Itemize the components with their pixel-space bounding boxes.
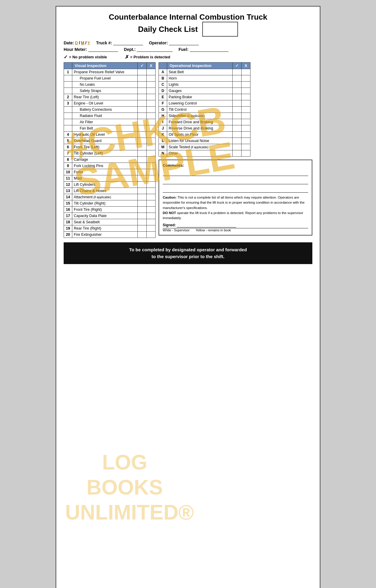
oi-x-0 — [242, 69, 250, 75]
vi-x-20 — [147, 194, 156, 200]
vi-check-23 — [138, 213, 147, 219]
vi-name-22: Front Tire (Right) — [72, 207, 138, 213]
truck-label: Truck #: — [96, 40, 112, 45]
vi-check-26 — [138, 232, 147, 238]
oi-letter-6: G — [159, 107, 167, 113]
legend-x: ✗ = Problem is detected — [125, 54, 170, 60]
legend-check: ✓ = No problem visible — [64, 54, 107, 60]
vi-row-24: 18Seat & Seatbelt — [64, 219, 156, 225]
oi-name-7: Sideshifter (if applicable) — [167, 113, 233, 119]
oi-row-3: DGauges — [159, 88, 250, 94]
yellow-label: Yellow - remains in book — [195, 228, 231, 232]
vi-check-8 — [138, 119, 147, 125]
oi-letter-2: C — [159, 82, 167, 88]
hour-meter-label: Hour Meter: — [64, 47, 87, 52]
oi-row-1: BHorn — [159, 75, 250, 82]
oi-row-4: EParking Brake — [159, 94, 250, 100]
vi-name-9: Fan Belt — [72, 125, 138, 132]
oi-row-5: FLowering Control — [159, 100, 250, 107]
tables-row: Visual Inspection ✓ X 1Propane Pressure … — [64, 62, 312, 238]
footer-bar: To be completed by designated operator a… — [64, 242, 312, 264]
signed-label: Signed: — [163, 223, 177, 227]
vi-name-16: Forks — [72, 169, 138, 175]
vi-num-14: 8 — [64, 157, 72, 163]
vi-check-9 — [138, 125, 147, 132]
vi-col-check-header: ✓ — [138, 63, 147, 69]
date-d: D — [75, 40, 78, 45]
oi-name-11: Listen for Unusual Noise — [167, 138, 233, 144]
caution-text: Caution: This is not a complete list of … — [163, 195, 308, 221]
vi-row-16: 10Forks — [64, 169, 156, 175]
oi-letter-8: I — [159, 119, 167, 125]
oi-x-7 — [242, 113, 250, 119]
vi-name-12: Front Tire (Left) — [72, 144, 138, 150]
vi-check-14 — [138, 157, 147, 163]
oi-check-7 — [233, 113, 242, 119]
vi-x-16 — [147, 169, 156, 175]
vi-row-0: 1Propane Pressure Relief Valve — [64, 69, 156, 75]
vi-num-23: 17 — [64, 213, 72, 219]
vi-num-18: 12 — [64, 182, 72, 188]
date-label: Date: — [64, 40, 74, 45]
oi-letter-10: K — [159, 132, 167, 138]
fuel-value — [190, 47, 228, 52]
vi-col-name-header: Visual Inspection — [72, 63, 138, 69]
vi-x-4 — [147, 94, 156, 100]
oi-name-12: Scale Tested (if applicable) — [167, 144, 233, 150]
vi-num-26: 20 — [64, 232, 72, 238]
vi-row-17: 11Mast — [64, 175, 156, 182]
operator-value — [169, 40, 199, 45]
oi-x-5 — [242, 100, 250, 107]
comments-line-3 — [163, 187, 308, 193]
vi-check-6 — [138, 107, 147, 113]
vi-row-26: 20Fire Extinguisher — [64, 232, 156, 238]
vi-x-7 — [147, 113, 156, 119]
vi-name-3: Safety Straps — [72, 88, 138, 94]
vi-row-18: 12Lift Cylinders — [64, 182, 156, 188]
oi-x-11 — [242, 138, 250, 144]
vi-row-11: 5Overhead Guard — [64, 138, 156, 144]
dept-label: Dept.: — [124, 47, 136, 52]
vi-check-18 — [138, 182, 147, 188]
vi-num-11: 5 — [64, 138, 72, 144]
vi-x-8 — [147, 119, 156, 125]
vi-row-10: 4Hydraulic Oil Level — [64, 132, 156, 138]
vi-name-20: Attachment (if applicable) — [72, 194, 138, 200]
white-label: White - Supervisor — [163, 228, 189, 232]
oi-col-name-header: Operational Inspection — [167, 63, 233, 69]
oi-check-9 — [233, 125, 242, 132]
vi-x-26 — [147, 232, 156, 238]
visual-inspection-section: Visual Inspection ✓ X 1Propane Pressure … — [64, 62, 156, 238]
vi-num-3 — [64, 88, 72, 94]
vi-x-10 — [147, 132, 156, 138]
vi-num-10: 4 — [64, 132, 72, 138]
vi-check-10 — [138, 132, 147, 138]
fuel-field: Fuel: — [178, 47, 228, 52]
oi-letter-0: A — [159, 69, 167, 75]
vi-x-25 — [147, 225, 156, 232]
legend-check-text: = No problem visible — [69, 55, 107, 59]
title-section: Counterbalance Internal Combustion Truck… — [64, 13, 312, 37]
date-sep1: / — [79, 40, 80, 45]
comments-line-1 — [163, 170, 308, 176]
vi-check-20 — [138, 194, 147, 200]
vi-row-4: 2Rear Tire (Left) — [64, 94, 156, 100]
operational-inspection-table: Operational Inspection ✓ X ASeat BeltBHo… — [159, 62, 250, 157]
vi-num-7 — [64, 113, 72, 119]
oi-name-3: Gauges — [167, 88, 233, 94]
oi-name-1: Horn — [167, 75, 233, 82]
vi-x-6 — [147, 107, 156, 113]
vi-check-15 — [138, 163, 147, 169]
oi-name-0: Seat Belt — [167, 69, 233, 75]
vi-num-2 — [64, 82, 72, 88]
vi-col-x-header: X — [147, 63, 156, 69]
date-sep2: / — [85, 40, 87, 45]
vi-row-15: 9Fork Locking Pins — [64, 163, 156, 169]
vi-x-12 — [147, 144, 156, 150]
vi-num-13: 7 — [64, 150, 72, 157]
oi-letter-3: D — [159, 88, 167, 94]
vi-name-6: Battery Connections — [72, 107, 138, 113]
vi-x-18 — [147, 182, 156, 188]
vi-check-3 — [138, 88, 147, 94]
oi-x-13 — [242, 150, 250, 157]
